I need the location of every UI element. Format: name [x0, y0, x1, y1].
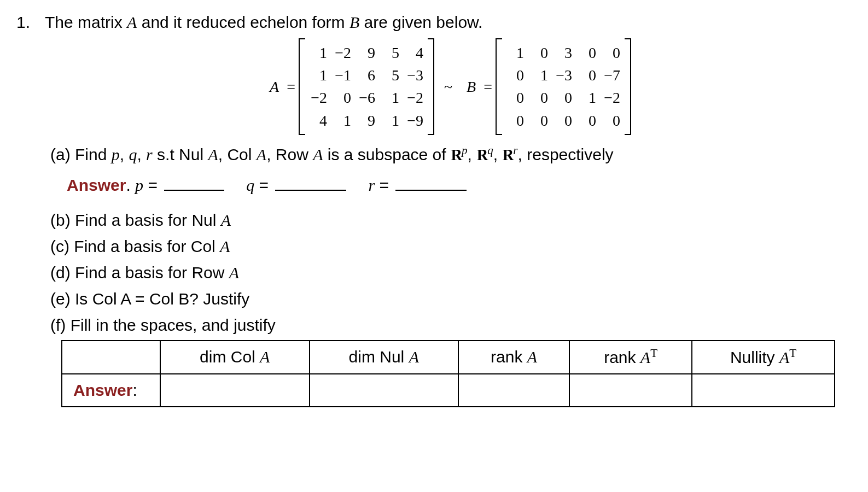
matrix-cell: 1: [306, 42, 330, 64]
matrix-row: −20−61−2: [306, 86, 427, 109]
table-h0: [62, 341, 160, 374]
part-b: (b) Find a basis for Nul A: [45, 209, 852, 232]
ans-eq2: =: [254, 176, 273, 194]
matrix-cell: 0: [503, 86, 527, 109]
equals-2: =: [483, 76, 492, 97]
part-a-t5: is a subspace of: [323, 145, 450, 163]
matrix-cell: 1: [575, 86, 599, 109]
comma-1: ,: [120, 145, 129, 163]
blank-q[interactable]: [275, 174, 346, 191]
ans-p: p: [135, 176, 143, 194]
blackboard-R-r: R: [502, 143, 513, 166]
matrix-cell: −9: [403, 109, 427, 132]
table-answer-row: Answer:: [62, 374, 835, 407]
table-cell-rankAT[interactable]: [569, 374, 692, 407]
table-r1-label: Answer:: [62, 374, 160, 407]
matrix-cell: −3: [551, 64, 575, 86]
answer-label-table: Answer: [73, 381, 132, 399]
matrix-cell: 6: [354, 64, 378, 86]
var-r: r: [146, 145, 153, 163]
h4-sup: T: [650, 347, 657, 360]
part-d-A: A: [229, 263, 239, 282]
matrix-cell: −6: [354, 86, 378, 109]
part-b-text: (b) Find a basis for Nul: [50, 211, 221, 229]
h2-A: A: [409, 348, 419, 366]
blank-p[interactable]: [164, 174, 224, 191]
var-B: B: [349, 13, 359, 31]
matrix-cell: 1: [503, 42, 527, 64]
matrix-cell: 1: [378, 86, 403, 109]
h3-pre: rank: [491, 348, 527, 366]
h5-sup: T: [789, 347, 796, 360]
matrix-row: 1−165−3: [306, 64, 427, 86]
table-cell-dimnul[interactable]: [310, 374, 459, 407]
matrix-cell: 1: [527, 64, 551, 86]
matrix-cell: 0: [527, 86, 551, 109]
comma-4: ,: [493, 145, 503, 163]
matrix-cell: 0: [503, 109, 527, 132]
matrix-cell: 0: [599, 42, 624, 64]
part-c-A: A: [220, 237, 230, 255]
intro-prefix: The matrix: [45, 13, 127, 31]
table-h3: rank A: [458, 341, 569, 374]
blackboard-R-q: R: [476, 143, 487, 166]
matrix-cell: 0: [330, 86, 354, 109]
matrix-cell: 0: [599, 109, 624, 132]
matrix-cell: −2: [330, 42, 354, 64]
matrix-cell: 5: [378, 64, 403, 86]
part-a-t2: s.t Nul: [153, 145, 208, 163]
matrix-cell: 0: [575, 109, 599, 132]
matrix-row: 0001−2: [503, 86, 624, 109]
matrix-cell: 1: [378, 109, 403, 132]
matrix-cell: 0: [551, 109, 575, 132]
intro-suffix: are given below.: [359, 13, 482, 31]
comma-2: ,: [137, 145, 146, 163]
h3-A: A: [527, 348, 537, 366]
part-a-label: (a): [50, 145, 75, 163]
table-h4: rank AT: [569, 341, 692, 374]
equals-1: =: [287, 76, 295, 97]
table-cell-rankA[interactable]: [458, 374, 569, 407]
h4-A: A: [640, 348, 650, 366]
h1-A: A: [260, 348, 270, 366]
matrix-A: 1−29541−165−3−20−61−24191−9: [299, 38, 434, 135]
matrix-cell: −1: [330, 64, 354, 86]
table-h1: dim Col A: [160, 341, 310, 374]
part-c: (c) Find a basis for Col A: [45, 235, 852, 258]
h5-A: A: [779, 348, 789, 366]
sup-p: p: [462, 144, 468, 157]
part-f-text: (f) Fill in the spaces, and justify: [50, 316, 276, 334]
ans-r: r: [368, 176, 375, 194]
table-h5: Nullity AT: [692, 341, 835, 374]
matrix-row: 01−30−7: [503, 64, 624, 86]
matrix-cell: 0: [575, 42, 599, 64]
matrix-cell: 0: [503, 64, 527, 86]
part-a-t6: , respectively: [518, 145, 614, 163]
problem-number: 1.: [16, 11, 38, 407]
table-cell-dimcol[interactable]: [160, 374, 310, 407]
matrix-cell: −2: [403, 86, 427, 109]
var-A2: A: [257, 145, 266, 163]
matrix-cell: −3: [403, 64, 427, 86]
var-p: p: [112, 145, 120, 163]
var-q: q: [129, 145, 137, 163]
blank-r[interactable]: [395, 174, 467, 191]
part-e-text: (e) Is Col A = Col B? Justify: [50, 290, 249, 308]
ans-dot: .: [126, 176, 135, 194]
part-a-t4: , Row: [266, 145, 313, 163]
matrix-A-label: A: [270, 76, 279, 97]
table-h2: dim Nul A: [310, 341, 459, 374]
var-A3: A: [313, 145, 323, 163]
part-a-t3: , Col: [218, 145, 257, 163]
blackboard-R-p: R: [451, 143, 462, 166]
table-cell-nullityAT[interactable]: [692, 374, 835, 407]
matrix-cell: 1: [330, 109, 354, 132]
matrix-cell: −7: [599, 64, 624, 86]
problem-container: 1. The matrix A and it reduced echelon f…: [16, 11, 852, 407]
intro-text: The matrix A and it reduced echelon form…: [45, 11, 852, 34]
matrix-B-label: B: [467, 76, 476, 97]
answer-label-a: Answer: [67, 176, 126, 194]
answer-table: dim Col A dim Nul A rank A rank AT Nulli…: [61, 340, 835, 407]
matrix-cell: −2: [599, 86, 624, 109]
part-d: (d) Find a basis for Row A: [45, 261, 852, 284]
